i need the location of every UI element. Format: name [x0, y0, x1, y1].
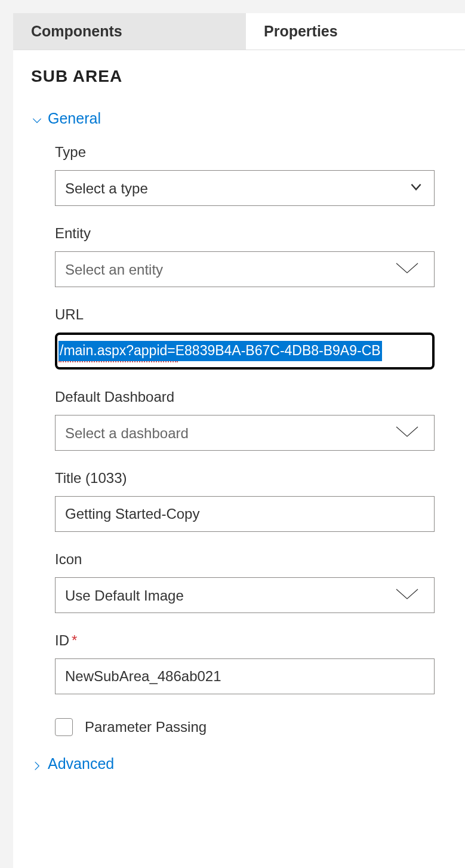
entity-select[interactable]: Select an entity	[55, 251, 435, 287]
id-label-text: ID	[55, 632, 69, 648]
tab-properties[interactable]: Properties	[246, 13, 465, 50]
field-param-passing: Parameter Passing	[55, 713, 447, 736]
page-title: SUB AREA	[31, 67, 447, 86]
icon-select-value: Use Default Image	[55, 577, 435, 613]
field-type: Type Select a type	[55, 144, 447, 206]
icon-select[interactable]: Use Default Image	[55, 577, 435, 613]
field-title: Title (1033)	[55, 470, 447, 532]
dashboard-label: Default Dashboard	[55, 389, 447, 405]
dashboard-select-value: Select a dashboard	[55, 415, 435, 451]
title-input[interactable]	[55, 496, 435, 532]
title-label: Title (1033)	[55, 470, 447, 487]
general-fields: Type Select a type Entity Select an enti…	[31, 144, 447, 736]
id-input[interactable]	[55, 658, 435, 694]
tab-components[interactable]: Components	[13, 13, 246, 50]
spellcheck-underline	[58, 361, 432, 362]
section-advanced-toggle[interactable]: Advanced	[31, 755, 447, 772]
param-passing-checkbox[interactable]	[55, 718, 73, 736]
param-passing-label: Parameter Passing	[85, 719, 207, 735]
id-label: ID*	[55, 632, 447, 649]
type-label: Type	[55, 144, 447, 161]
properties-panel: Components Properties SUB AREA General T…	[13, 13, 465, 868]
url-input[interactable]: /main.aspx?appid=E8839B4A-B67C-4DB8-B9A9…	[55, 333, 435, 370]
field-id: ID*	[55, 632, 447, 694]
tab-strip: Components Properties	[13, 13, 465, 50]
properties-content: SUB AREA General Type Select a type	[13, 50, 465, 784]
type-select-value: Select a type	[55, 170, 435, 206]
section-general-toggle[interactable]: General	[31, 110, 447, 127]
chevron-right-icon	[31, 758, 43, 770]
field-dashboard: Default Dashboard Select a dashboard	[55, 389, 447, 451]
required-indicator: *	[72, 632, 77, 648]
field-url: URL /main.aspx?appid=E8839B4A-B67C-4DB8-…	[55, 306, 447, 370]
entity-select-value: Select an entity	[55, 251, 435, 287]
entity-label: Entity	[55, 225, 447, 242]
chevron-down-icon	[31, 113, 43, 125]
section-general-label: General	[48, 110, 101, 127]
url-value: /main.aspx?appid=E8839B4A-B67C-4DB8-B9A9…	[58, 341, 382, 361]
dashboard-select[interactable]: Select a dashboard	[55, 415, 435, 451]
field-entity: Entity Select an entity	[55, 225, 447, 287]
url-label: URL	[55, 306, 447, 323]
icon-label: Icon	[55, 551, 447, 568]
section-advanced-label: Advanced	[48, 755, 114, 772]
field-icon: Icon Use Default Image	[55, 551, 447, 613]
type-select[interactable]: Select a type	[55, 170, 435, 206]
